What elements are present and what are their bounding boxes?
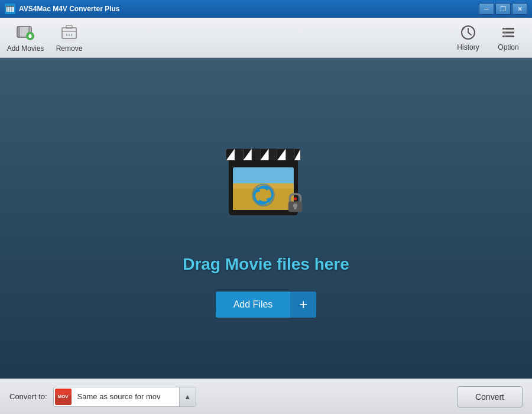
svg-rect-5	[11, 6, 12, 12]
option-button[interactable]: Option	[489, 20, 527, 56]
option-label: Option	[498, 43, 518, 51]
convert-button[interactable]: Convert	[457, 386, 523, 407]
history-label: History	[457, 43, 479, 51]
add-files-label: Add Files	[216, 292, 291, 318]
svg-rect-3	[7, 6, 8, 12]
toolbar-right: History Option	[449, 20, 527, 56]
window-controls: ─ ❐ ✕	[479, 3, 527, 15]
app-title: AVS4Mac M4V Converter Plus	[19, 5, 120, 13]
format-icon: MOV	[54, 387, 73, 406]
svg-rect-31	[233, 189, 294, 210]
svg-point-25	[504, 31, 506, 33]
add-movies-icon	[16, 23, 35, 42]
svg-point-24	[504, 28, 506, 30]
convert-to-section: Convert to: MOV Same as source for mov ▲	[9, 387, 196, 407]
format-text: Same as source for mov	[73, 392, 179, 401]
svg-rect-4	[9, 6, 10, 12]
history-button[interactable]: History	[449, 20, 487, 56]
minimize-button[interactable]: ─	[479, 3, 494, 15]
option-icon	[500, 24, 517, 41]
title-bar: AVS4Mac M4V Converter Plus ─ ❐ ✕	[0, 0, 532, 18]
add-movies-button[interactable]: Add Movies	[5, 20, 46, 56]
add-files-plus-icon: +	[290, 292, 316, 318]
drop-icon	[201, 119, 331, 237]
app-icon	[5, 4, 15, 14]
add-files-button[interactable]: Add Files +	[216, 292, 317, 318]
format-selector[interactable]: MOV Same as source for mov ▲	[53, 387, 196, 407]
format-dropdown-arrow[interactable]: ▲	[179, 387, 196, 407]
svg-rect-16	[66, 25, 72, 28]
remove-label: Remove	[56, 44, 83, 53]
add-movies-label: Add Movies	[7, 44, 44, 53]
restore-button[interactable]: ❐	[495, 3, 511, 15]
svg-rect-14	[62, 28, 76, 38]
remove-button[interactable]: Remove	[48, 20, 90, 56]
svg-rect-13	[28, 35, 32, 37]
close-button[interactable]: ✕	[512, 3, 527, 15]
svg-rect-53	[294, 206, 297, 209]
drag-text: Drag Movie files here	[183, 255, 349, 274]
remove-icon	[60, 23, 79, 42]
bottom-bar: Convert to: MOV Same as source for mov ▲…	[0, 379, 532, 414]
svg-point-26	[504, 35, 506, 37]
toolbar: Add Movies Remove	[0, 18, 532, 58]
history-icon	[460, 24, 476, 41]
title-bar-left: AVS4Mac M4V Converter Plus	[5, 4, 120, 14]
main-drop-area[interactable]: Drag Movie files here Add Files +	[0, 58, 532, 379]
svg-point-54	[294, 197, 297, 200]
convert-to-label: Convert to:	[9, 392, 47, 401]
mov-icon: MOV	[55, 389, 72, 405]
svg-rect-8	[18, 27, 20, 37]
